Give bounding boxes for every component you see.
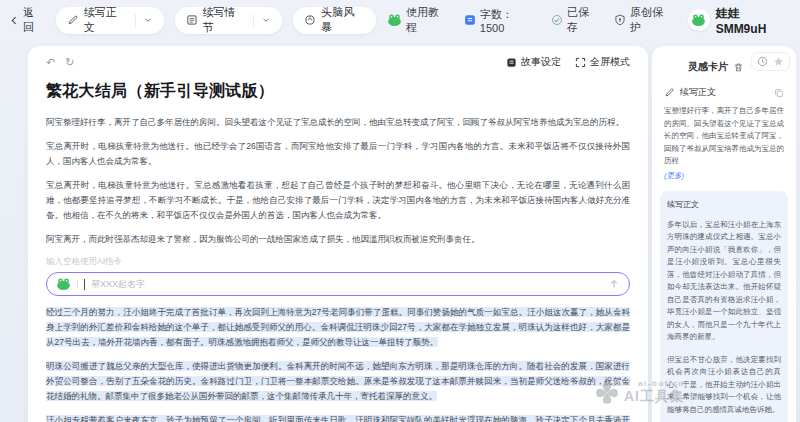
tab-continue-text[interactable]: 续写正文 <box>56 7 164 34</box>
fullscreen-icon <box>575 57 586 68</box>
paragraph-selected[interactable]: 经过三个月的努力，汪小姐终于完成了首批订单，再次回到上海特意为27号老同事们带了… <box>46 305 630 350</box>
inspiration-header: 灵感卡片 <box>660 56 788 78</box>
pen-icon <box>664 87 675 98</box>
paragraph-text: 阿宝整理好行李，离开了自己多年居住的房间。回头望着这个见证了宝总成长的空间，他由… <box>46 117 624 127</box>
story-settings-icon <box>506 57 517 68</box>
paragraph[interactable]: 宝总离开时，电梯孩童特意为他送行。他已经学会了26国语言，而阿宝给他安排了最后一… <box>46 139 630 169</box>
word-count-label: 字数：1500 <box>480 7 537 34</box>
paragraph-text: 汪小姐专程带着客户来夜东京，玲子为她预留了一个房间，听到里面传来生日歌，汪明珠和… <box>46 415 630 422</box>
document-title[interactable]: 繁花大结局（新手引导测试版） <box>46 81 630 102</box>
card-type-label: 续写正文 <box>680 86 716 99</box>
story-settings-button[interactable]: 故事设定 <box>506 55 561 69</box>
send-icon[interactable] <box>608 278 620 290</box>
chevron-left-icon <box>10 16 19 25</box>
redo-button[interactable]: ↻ <box>65 57 74 68</box>
card-type-label: 续写正文 <box>667 199 781 210</box>
paragraph-text: 宝总离开时，电梯孩童特意为他送行。他已经学会了26国语言，而阿宝给他安排了最后一… <box>46 141 630 166</box>
back-button[interactable]: 返回 <box>10 5 45 35</box>
ai-command-hint: 输入空格使用AI指令 <box>46 256 630 268</box>
inspiration-card[interactable]: 续写正文 宝整理好行李，离开了自己多年居住的房间。回头望着这个见证了宝总成长的空… <box>660 78 788 181</box>
check-circle-icon <box>551 14 563 26</box>
trash-icon[interactable] <box>733 62 744 73</box>
card-header: 续写正文 <box>664 86 784 99</box>
tab-brainstorm[interactable]: 头脑风暴 <box>293 7 376 34</box>
tutorial-label: 使用教程 <box>406 5 450 35</box>
ai-command-input[interactable]: 帮XXX起名字 <box>46 272 630 296</box>
fullscreen-label: 全屏模式 <box>590 55 630 69</box>
inspiration-title: 灵感卡片 <box>688 60 728 74</box>
paragraph-text: 经过三个月的努力，汪小姐终于完成了首批订单，再次回到上海特意为27号老同事们带了… <box>46 307 630 347</box>
paragraph[interactable]: 阿宝整理好行李，离开了自己多年居住的房间。回头望着这个见证了宝总成长的空间，他由… <box>46 115 630 130</box>
paragraph[interactable]: 宝总离开时，电梯孩童特意为他送行。宝总感激地看着孩童，想起了自己曾经是个孩子时的… <box>46 178 630 223</box>
paragraph-text: 明珠公司搬进了魏总父亲的大型仓库，使得进出货物更加便利。金科离开的时间不远，她望… <box>46 361 630 401</box>
tutorial-button[interactable]: 使用教程 <box>387 5 450 35</box>
paragraph-text: 阿宝离开，而此时强慕杰却迎来了警察，因为服饰公司的一战给国家造成了损失，他因滥用… <box>46 234 480 244</box>
tab-label: 续写情节 <box>203 5 247 35</box>
topbar-right: 使用教程 字数：1500 已保存 原创保护 娃娃SMM9uH <box>387 5 790 36</box>
paragraph-selected[interactable]: 明珠公司搬进了魏总父亲的大型仓库，使得进出货物更加便利。金科离开的时间不远，她望… <box>46 359 630 404</box>
saved-label: 已保存 <box>567 5 600 35</box>
inspiration-title-group: 灵感卡片 <box>688 60 744 74</box>
paragraph-selected[interactable]: 汪小姐专程带着客户来夜东京，玲子为她预留了一个房间，听到里面传来生日歌，汪明珠和… <box>46 413 630 422</box>
fullscreen-button[interactable]: 全屏模式 <box>575 55 630 69</box>
undo-button[interactable]: ↶ <box>46 57 55 68</box>
history-clock-icon[interactable] <box>757 56 768 67</box>
tab-label: 头脑风暴 <box>321 5 365 35</box>
back-label: 返回 <box>23 5 45 35</box>
saved-status: 已保存 <box>551 5 600 35</box>
card-paragraph: 但宝总不甘心放弃，他决定要找到机会再次向汪小姐表达自己的真心。于是，他开始主动约… <box>667 354 781 417</box>
inspiration-panel: 灵感卡片 续写正文 宝整理好行李，离开了自己多年居住的房间。回头望着这个见证了宝… <box>652 46 796 422</box>
username: 娃娃SMM9uH <box>716 5 790 36</box>
word-count-icon <box>464 14 476 26</box>
frog-avatar-icon <box>691 14 706 26</box>
card-paragraph: 多年以后，宝总和汪小姐在上海东方明珠的建成仪式上相遇。宝总小声的向汪小姐说「我喜… <box>667 219 781 344</box>
word-count: 字数：1500 <box>464 7 537 34</box>
editor-toolbar: ↶ ↻ 故事设定 全屏模式 <box>46 55 630 69</box>
copyright-protect-button[interactable]: 原创保护 <box>614 5 674 35</box>
chevron-down-icon[interactable] <box>143 15 153 25</box>
document-icon <box>186 14 198 26</box>
frog-icon <box>56 278 71 290</box>
more-link[interactable]: (更多) <box>664 171 784 181</box>
story-settings-label: 故事设定 <box>521 55 561 69</box>
protect-label: 原创保护 <box>630 5 674 35</box>
chevron-down-icon[interactable] <box>261 15 271 25</box>
inspiration-tools <box>751 52 790 71</box>
inspiration-card-active[interactable]: 续写正文 多年以后，宝总和汪小姐在上海东方明珠的建成仪式上相遇。宝总小声的向汪小… <box>660 191 788 422</box>
editor-panel: ↶ ↻ 故事设定 全屏模式 繁花大结局（新手引导测试版） 阿宝整理好行李，离开了… <box>28 46 648 422</box>
divider <box>135 14 136 27</box>
copy-icon[interactable] <box>774 88 784 98</box>
user-avatar <box>688 9 710 31</box>
input-divider <box>77 279 78 289</box>
star-icon[interactable] <box>773 56 784 67</box>
topbar: 返回 续写正文 续写情节 头脑风暴 使用教程 字数：1500 已保存 原创保 <box>0 0 800 40</box>
ai-input-placeholder: 帮XXX起名字 <box>91 278 145 291</box>
tab-label: 续写正文 <box>84 5 128 35</box>
frog-icon <box>387 14 402 26</box>
brainstorm-icon <box>304 14 316 26</box>
shield-icon <box>614 14 626 26</box>
card-text: 宝整理好行李，离开了自己多年居住的房间。回头望着这个见证了宝总成长的空间，他由宝… <box>664 105 784 168</box>
paragraph-text: 宝总离开时，电梯孩童特意为他送行。宝总感激地看着孩童，想起了自己曾经是个孩子时的… <box>46 180 630 220</box>
tab-continue-plot[interactable]: 续写情节 <box>175 7 283 34</box>
paragraph[interactable]: 阿宝离开，而此时强慕杰却迎来了警察，因为服饰公司的一战给国家造成了损失，他因滥用… <box>46 232 630 247</box>
text-cursor <box>84 279 85 290</box>
user-menu[interactable]: 娃娃SMM9uH <box>688 5 790 36</box>
divider <box>253 14 254 27</box>
pen-icon <box>67 14 79 26</box>
editor-toolbar-right: 故事设定 全屏模式 <box>506 55 630 69</box>
